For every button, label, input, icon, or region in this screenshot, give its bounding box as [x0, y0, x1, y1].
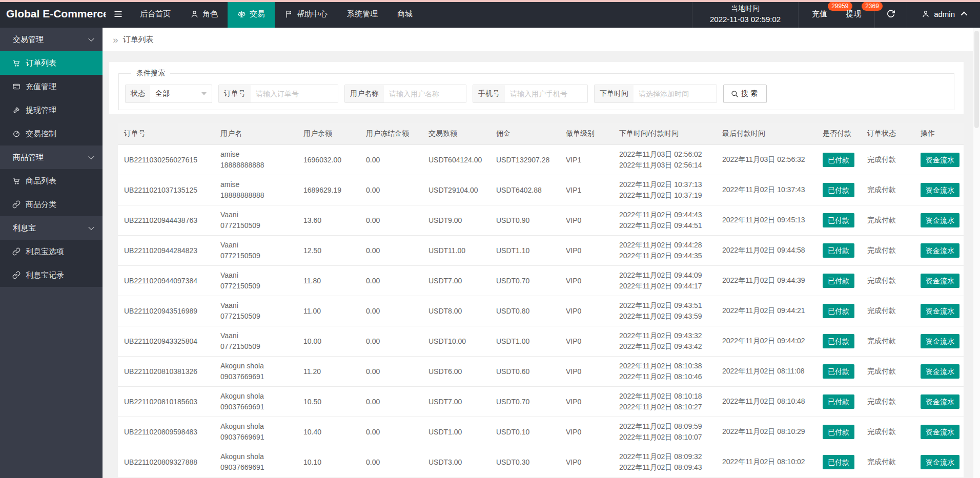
gavel-icon: [12, 106, 21, 114]
cell-order-status: 完成付款: [861, 265, 914, 296]
sidebar-item[interactable]: 提现管理: [0, 98, 103, 122]
cell-order-status: 完成付款: [861, 356, 914, 386]
cell-order-pay-time: 2022年11月02日 09:44:092022年11月02日 09:44:17: [613, 265, 716, 296]
search-button[interactable]: 搜索: [723, 85, 767, 103]
paid-button[interactable]: 已付款: [823, 213, 854, 227]
fund-flow-button[interactable]: 资金流水: [921, 153, 959, 167]
fund-flow-button[interactable]: 资金流水: [921, 183, 959, 197]
withdraw-link[interactable]: 提现 2369: [846, 0, 861, 28]
sidebar-group[interactable]: 交易管理: [0, 28, 103, 51]
order-no-label: 订单号: [219, 85, 251, 102]
local-time-label: 当地时间: [731, 4, 760, 13]
paid-button[interactable]: 已付款: [823, 334, 854, 348]
cell-level: VIP0: [560, 296, 613, 326]
fund-flow-button[interactable]: 资金流水: [921, 243, 959, 258]
sidebar-item[interactable]: 充值管理: [0, 75, 103, 98]
order-time-input[interactable]: [634, 85, 717, 102]
sidebar-item[interactable]: 交易控制: [0, 122, 103, 146]
link-icon: [12, 247, 21, 256]
cell-paid: 已付款: [816, 235, 861, 265]
user-name-label: 用户名称: [345, 85, 384, 102]
page-title: 订单列表: [123, 35, 154, 45]
sidebar-group[interactable]: 利息宝: [0, 216, 103, 240]
paid-button[interactable]: 已付款: [823, 183, 854, 197]
cell-user: Vaani0772150509: [214, 265, 297, 296]
paid-button[interactable]: 已付款: [823, 243, 854, 258]
cell-user: Vaani0772150509: [214, 205, 297, 235]
phone-input[interactable]: [505, 85, 587, 102]
paid-button[interactable]: 已付款: [823, 455, 854, 469]
sidebar-item[interactable]: 订单列表: [0, 51, 103, 75]
cell-paid: 已付款: [816, 447, 861, 477]
nav-item[interactable]: 商城: [387, 0, 422, 28]
column-header: 用户冻结金额: [360, 123, 422, 144]
fund-flow-button[interactable]: 资金流水: [921, 213, 959, 227]
fund-flow-button[interactable]: 资金流水: [921, 274, 959, 288]
cell-order-pay-time: 2022年11月02日 09:43:322022年11月02日 09:43:42: [613, 326, 716, 356]
gauge-icon: [12, 130, 21, 138]
menu-toggle-button[interactable]: [106, 0, 130, 28]
paid-button[interactable]: 已付款: [823, 425, 854, 439]
chevron-down-icon: [88, 154, 94, 159]
paid-button[interactable]: 已付款: [823, 304, 854, 318]
sidebar-item[interactable]: 商品分类: [0, 193, 103, 216]
cell-paid: 已付款: [816, 386, 861, 417]
status-select[interactable]: 全部: [150, 85, 212, 102]
nav-item[interactable]: 交易: [228, 0, 275, 28]
cell-order-pay-time: 2022年11月02日 09:44:432022年11月02日 09:44:51: [613, 205, 716, 235]
cell-order-no: UB2211020943325804: [118, 326, 214, 356]
cart-icon: [12, 59, 21, 67]
cell-paid: 已付款: [816, 205, 861, 235]
cell-order-no: UB2211021037135125: [118, 175, 214, 205]
recharge-link[interactable]: 充值 29959: [812, 0, 827, 28]
cell-frozen: 0.00: [360, 205, 422, 235]
cell-frozen: 0.00: [360, 417, 422, 447]
fund-flow-button[interactable]: 资金流水: [921, 455, 959, 469]
top-header: Global E-Commerce... 后台首页 角色 交易 帮助中心 系统管…: [0, 0, 980, 28]
cell-level: VIP0: [560, 326, 613, 356]
fund-flow-button[interactable]: 资金流水: [921, 334, 959, 348]
cell-order-pay-time: 2022年11月02日 09:43:512022年11月02日 09:43:59: [613, 296, 716, 326]
cell-commission: USDT0.70: [490, 265, 560, 296]
cell-balance: 11.00: [297, 296, 360, 326]
scrollbar-thumb[interactable]: [974, 31, 979, 128]
paid-button[interactable]: 已付款: [823, 153, 854, 167]
admin-menu[interactable]: admin: [907, 0, 980, 28]
vertical-scrollbar[interactable]: [973, 28, 980, 478]
nav-item[interactable]: 角色: [180, 0, 228, 28]
nav-item[interactable]: 系统管理: [337, 0, 387, 28]
cell-last-pay-time: 2022年11月02日 09:44:39: [716, 265, 816, 296]
cell-action: 资金流水: [914, 447, 964, 477]
paid-button[interactable]: 已付款: [823, 274, 854, 288]
fund-flow-button[interactable]: 资金流水: [921, 364, 959, 379]
cart-icon: [12, 177, 21, 185]
nav-item[interactable]: 后台首页: [130, 0, 180, 28]
cell-order-no: UB2211020810185603: [118, 386, 214, 417]
sidebar-item[interactable]: 利息宝选项: [0, 240, 103, 263]
cell-order-pay-time: 2022年11月02日 10:37:132022年11月02日 10:37:19: [613, 175, 716, 205]
paid-button[interactable]: 已付款: [823, 364, 854, 379]
table-header-row: 订单号用户名用户余额用户冻结金额交易数额佣金做单级别下单时间/付款时间最后付款时…: [118, 123, 964, 144]
chevron-up-icon: [961, 11, 968, 18]
card-icon: [12, 82, 21, 91]
cell-level: VIP0: [560, 386, 613, 417]
sidebar-item[interactable]: 商品列表: [0, 169, 103, 193]
withdraw-badge: 2369: [862, 2, 883, 11]
order-no-input[interactable]: [251, 85, 338, 102]
column-header: 订单号: [118, 123, 214, 144]
paid-button[interactable]: 已付款: [823, 394, 854, 409]
cell-user: Vaani0772150509: [214, 326, 297, 356]
nav-item[interactable]: 帮助中心: [275, 0, 337, 28]
breadcrumb-separator-icon: »: [113, 35, 118, 45]
user-name-input[interactable]: [384, 85, 466, 102]
fund-flow-button[interactable]: 资金流水: [921, 304, 959, 318]
sidebar-item[interactable]: 利息宝记录: [0, 263, 103, 287]
table-row: UB2211020810381326 Akogun shola090376696…: [118, 356, 964, 386]
scales-icon: [237, 10, 246, 18]
search-card: 条件搜索 状态 全部 订单号: [109, 62, 964, 114]
sidebar-group[interactable]: 商品管理: [0, 146, 103, 169]
cell-user: Akogun shola09037669691: [214, 447, 297, 477]
fund-flow-button[interactable]: 资金流水: [921, 394, 959, 409]
cell-order-no: UB2211020809598483: [118, 417, 214, 447]
fund-flow-button[interactable]: 资金流水: [921, 425, 959, 439]
